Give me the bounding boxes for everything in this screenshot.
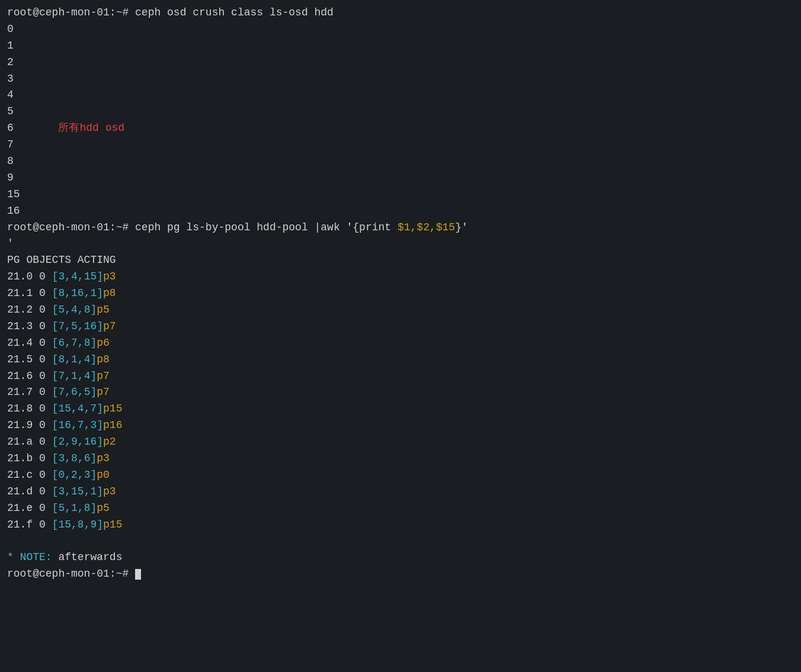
acting-cyan-218: [15,4,7]	[52, 403, 103, 414]
acting-yellow-213: p7	[103, 320, 116, 332]
blank-line	[7, 533, 794, 550]
acting-yellow-21a: p2	[103, 436, 116, 448]
acting-yellow-21d: p3	[103, 485, 116, 497]
acting-cyan-212: [5,4,8]	[52, 304, 97, 316]
output-2: 2	[7, 54, 794, 71]
acting-cyan-21c: [0,2,3]	[52, 469, 97, 481]
pg-row-21-3: 21.3 0 [7,5,16]p7	[7, 319, 794, 335]
pg-row-21-a: 21.a 0 [2,9,16]p2	[7, 434, 794, 451]
output-6-with-annotation: 6 所有hdd osd	[7, 120, 794, 137]
pg-row-21-2: 21.2 0 [5,4,8]p5	[7, 302, 794, 319]
acting-cyan-21f: [15,8,9]	[52, 519, 103, 530]
acting-cyan-214: [6,7,8]	[52, 337, 97, 349]
pg-row-21-5: 21.5 0 [8,1,4]p8	[7, 352, 794, 368]
output-3: 3	[7, 71, 794, 88]
acting-yellow-21e: p5	[97, 502, 110, 514]
acting-yellow-210: p3	[103, 271, 116, 282]
command-line-2: root@ceph-mon-01:~# ceph pg ls-by-pool h…	[7, 220, 794, 236]
pg-row-21-8: 21.8 0 [15,4,7]p15	[7, 401, 794, 417]
pg-row-21-c: 21.c 0 [0,2,3]p0	[7, 467, 794, 484]
acting-cyan-21a: [2,9,16]	[52, 436, 103, 448]
cmd-text-2: ceph pg ls-by-pool hdd-pool |awk '{print	[135, 221, 398, 233]
terminal-window: root@ceph-mon-01:~# ceph osd crush class…	[7, 5, 794, 583]
acting-cyan-217: [7,6,5]	[52, 386, 97, 398]
output-7: 7	[7, 137, 794, 153]
output-8: 8	[7, 153, 794, 170]
acting-yellow-212: p5	[97, 304, 110, 316]
output-0: 0	[7, 21, 794, 38]
command-line-1: root@ceph-mon-01:~# ceph osd crush class…	[7, 5, 794, 21]
acting-yellow-214: p6	[97, 337, 110, 349]
output-9: 9	[7, 170, 794, 187]
pg-row-21-4: 21.4 0 [6,7,8]p6	[7, 335, 794, 352]
acting-yellow-21b: p3	[97, 452, 110, 464]
pg-row-21-0: 21.0 0 [3,4,15]p3	[7, 269, 794, 285]
acting-cyan-215: [8,1,4]	[52, 353, 97, 365]
note-text: afterwards	[58, 551, 122, 563]
output-1: 1	[7, 38, 794, 54]
pg-row-21-6: 21.6 0 [7,1,4]p7	[7, 368, 794, 385]
acting-cyan-213: [7,5,16]	[52, 320, 103, 332]
note-asterisk: * NOTE:	[7, 551, 58, 563]
prompt-line-3: root@ceph-mon-01:~#	[7, 566, 794, 583]
acting-cyan-219: [16,7,3]	[52, 419, 103, 431]
annotation-text: 所有hdd osd	[58, 122, 124, 134]
pg-row-21-9: 21.9 0 [16,7,3]p16	[7, 417, 794, 434]
acting-cyan-216: [7,1,4]	[52, 370, 97, 382]
prompt-2: root@ceph-mon-01:~#	[7, 221, 135, 233]
cmd-text-1: ceph osd crush class ls-osd hdd	[135, 7, 334, 18]
acting-yellow-211: p8	[103, 287, 116, 299]
pg-row-21-e: 21.e 0 [5,1,8]p5	[7, 500, 794, 517]
pg-row-21-1: 21.1 0 [8,16,1]p8	[7, 285, 794, 302]
acting-yellow-21f: p15	[103, 519, 122, 530]
output-4: 4	[7, 87, 794, 104]
acting-cyan-210: [3,4,15]	[52, 271, 103, 282]
output-5: 5	[7, 104, 794, 120]
pg-row-21-b: 21.b 0 [3,8,6]p3	[7, 451, 794, 467]
pg-row-21-f: 21.f 0 [15,8,9]p15	[7, 517, 794, 533]
pg-row-21-d: 21.d 0 [3,15,1]p3	[7, 484, 794, 500]
output-15: 15	[7, 187, 794, 203]
cmd-text-2b: }'	[455, 221, 468, 233]
output-16: 16	[7, 203, 794, 220]
acting-yellow-219: p16	[103, 419, 122, 431]
prompt-1: root@ceph-mon-01:~#	[7, 7, 135, 18]
note-line: * NOTE: afterwards	[7, 549, 794, 566]
prompt-3: root@ceph-mon-01:~#	[7, 568, 135, 580]
cursor	[135, 569, 141, 580]
acting-yellow-21c: p0	[97, 469, 110, 481]
acting-cyan-21b: [3,8,6]	[52, 452, 97, 464]
acting-yellow-217: p7	[97, 386, 110, 398]
acting-cyan-211: [8,16,1]	[52, 287, 103, 299]
acting-yellow-218: p15	[103, 403, 122, 414]
cmd-awk-vars: $1,$2,$15	[398, 221, 455, 233]
acting-yellow-216: p7	[97, 370, 110, 382]
acting-cyan-21e: [5,1,8]	[52, 502, 97, 514]
pg-row-21-7: 21.7 0 [7,6,5]p7	[7, 384, 794, 401]
pg-header: PG OBJECTS ACTING	[7, 252, 794, 269]
acting-cyan-21d: [3,15,1]	[52, 485, 103, 497]
acting-yellow-215: p8	[97, 353, 110, 365]
